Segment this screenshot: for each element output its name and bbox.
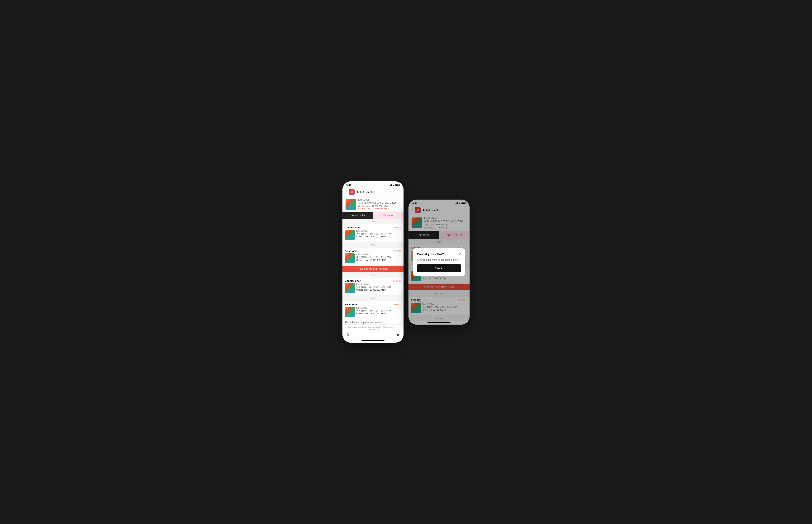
- artwork-seller-1: Kim SunWoo: [358, 199, 401, 201]
- current-offer-1: Current offer: 11,700,000 KRW: [358, 207, 401, 210]
- cancel-offer-modal: Cancel your offer? ✕ Are you sure want t…: [413, 248, 465, 276]
- section-7pm-2: 7PM: [342, 296, 404, 300]
- offer-price-2: Offered price: 12,000,000 KRW: [356, 259, 401, 261]
- offer-discount-3: 2.5% Off: [393, 280, 401, 282]
- scroll-content-1: TODAY Counter offer 3.5% Off Kim SunWoo …: [342, 219, 404, 330]
- battery-icon: [395, 184, 400, 186]
- offer-img-4: [345, 307, 355, 317]
- modal-cancel-button[interactable]: Cancel: [417, 264, 461, 272]
- tab-counter-offer[interactable]: Counter offer: [342, 212, 373, 219]
- modal-close-button[interactable]: ✕: [458, 252, 461, 257]
- proposal-message: The seller has made a different offer. P…: [342, 325, 404, 330]
- rejection-banner-1: Your offer has been rejected.: [342, 266, 404, 272]
- offer-img-3: [345, 283, 355, 293]
- offer-seller-2: Kim SunWoo: [356, 253, 401, 256]
- offer-artwork-1: 무제 (플렉시 박스 그림 1, 골드), 2006: [356, 232, 401, 235]
- offer-seller-3: Kim SunWoo: [356, 283, 401, 285]
- offer-card-3: Counter offer 2.5% Off Kim SunWoo 무제 (플렉…: [342, 278, 404, 295]
- signal-icon: [389, 184, 392, 186]
- artwork-name-1: 무제 (플렉시 박스 그림 1, 골드), 2006: [358, 201, 401, 204]
- app-logo-1: Art PR: [348, 189, 355, 195]
- add-icon[interactable]: ⊕: [346, 332, 350, 337]
- offer-type-2: Seller offer: [345, 250, 358, 252]
- offer-img-2: [345, 253, 355, 263]
- offer-discount-4: 3.5% Off: [393, 304, 401, 306]
- offer-discount-1: 3.5% Off: [393, 227, 401, 229]
- offer-artwork-2: 무제 (플렉시 박스 그림 1, 골드), 2006: [356, 256, 401, 259]
- offer-artwork-3: 무제 (플렉시 박스 그림 1, 골드), 2006: [356, 285, 401, 289]
- modal-description: Are you sure want to cancel the offer?: [417, 258, 461, 261]
- offer-card-4: Seller offer 3.5% Off Kim SunWoo 무제 (플렉시…: [342, 301, 404, 318]
- section-7pm-1: 7PM: [342, 272, 404, 277]
- offer-seller-4: Kim SunWoo: [356, 307, 401, 309]
- app-title-1: ArtnPrice Pro: [357, 191, 375, 194]
- app-header-1: ‹ Art PR ArtnPrice Pro: [342, 187, 404, 197]
- modal-header: Cancel your offer? ✕: [417, 252, 461, 257]
- section-today: TODAY: [342, 219, 404, 224]
- offer-type-3: Counter offer: [345, 279, 360, 282]
- back-button-1[interactable]: ‹: [345, 190, 347, 194]
- tab-buy-now[interactable]: Buy now: [373, 212, 404, 219]
- offer-price-3: Offered price: 12,000,000 KRW: [356, 289, 401, 291]
- section-6pm: 6PM: [342, 242, 404, 247]
- modal-title: Cancel your offer?: [417, 252, 444, 256]
- offer-type-1: Counter offer: [345, 226, 360, 229]
- bottom-bar-1: ⊕ ▶: [342, 330, 404, 339]
- offer-seller-1: Kim SunWoo: [356, 230, 401, 232]
- offer-img-1: [345, 230, 355, 240]
- modal-overlay: Cancel your offer? ✕ Are you sure want t…: [408, 200, 470, 325]
- offer-price-1: Offered price: 12,000,000 KRW: [356, 235, 401, 238]
- phone-1: 9:41 ▲ ‹ Art PR ArtnPrice Pro Kim SunWoo…: [342, 181, 404, 343]
- send-icon[interactable]: ▶: [397, 332, 400, 337]
- time-1: 9:41: [346, 184, 351, 186]
- home-indicator-1: [342, 339, 404, 343]
- offer-price-4: Offered price: 12,000,000 KRW: [356, 312, 401, 315]
- original-price-1: Original price: 12,000,000 KRW: [358, 205, 401, 207]
- status-icons-1: ▲: [389, 184, 400, 186]
- phone-2: 9:41 ▲ ‹ Art PR ArtnPrice Pro Kim SunWoo…: [408, 199, 470, 325]
- offer-type-4: Seller offer: [345, 303, 358, 306]
- wifi-icon: ▲: [393, 184, 395, 186]
- offer-card-2: Seller offer 3.5% Off Kim SunWoo 무제 (플렉시…: [342, 248, 404, 265]
- offer-discount-2: 3.5% Off: [393, 250, 401, 252]
- offer-artwork-4: 무제 (플렉시 박스 그림 1, 골드), 2006: [356, 309, 401, 312]
- artwork-thumbnail-1: [345, 199, 356, 210]
- proposal-label: The seller has proposed another offer: [342, 320, 404, 324]
- status-bar-1: 9:41 ▲: [342, 181, 404, 187]
- tabs-1: Counter offer Buy now: [342, 212, 404, 219]
- offer-card-1: Counter offer 3.5% Off Kim SunWoo 무제 (플렉…: [342, 224, 404, 242]
- artwork-card-1: Kim SunWoo 무제 (플렉시 박스 그림 1, 골드), 2006 Or…: [342, 197, 404, 212]
- artwork-info-1: Kim SunWoo 무제 (플렉시 박스 그림 1, 골드), 2006 Or…: [358, 199, 401, 210]
